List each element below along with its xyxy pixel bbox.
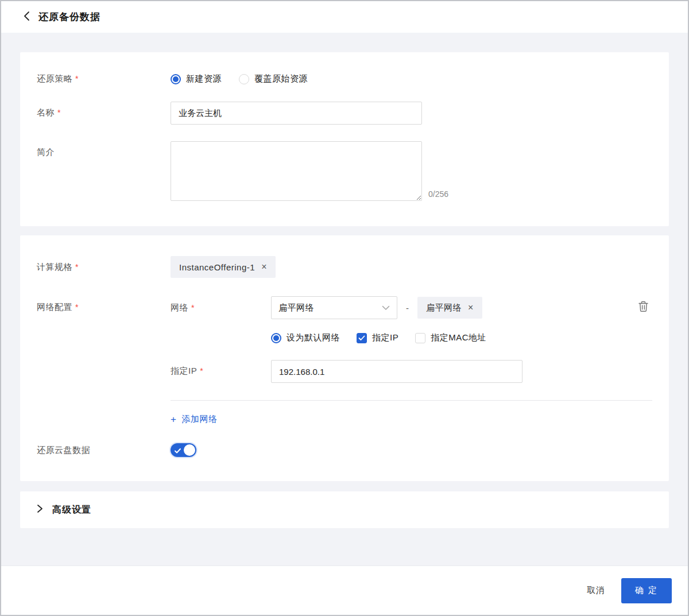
default-network-radio[interactable]: 设为默认网络 [271, 332, 340, 343]
network-config-label: 网络配置* [37, 296, 171, 313]
page-header: 还原备份数据 [1, 1, 688, 33]
basic-info-card: 还原策略* 新建资源 覆盖原始资源 名称* [20, 52, 669, 226]
checkbox-icon [415, 333, 425, 343]
chevron-left-icon [23, 11, 30, 24]
assign-ip-checkbox[interactable]: 指定IP [357, 332, 398, 343]
restore-policy-row: 还原策略* 新建资源 覆盖原始资源 [37, 73, 652, 84]
instance-offering-row: 计算规格* InstanceOffering-1 × [37, 256, 652, 278]
description-textarea[interactable] [171, 141, 422, 201]
required-mark: * [200, 366, 203, 375]
name-label: 名称* [37, 102, 171, 118]
assign-ip-input[interactable] [271, 360, 522, 383]
network-area: 网络* 扁平网络 - 扁平网络 × [171, 296, 652, 425]
radio-label: 覆盖原始资源 [254, 73, 308, 84]
description-field-wrap: 0/256 [171, 141, 448, 201]
cancel-button[interactable]: 取消 [587, 585, 605, 596]
required-mark: * [75, 262, 79, 272]
required-mark: * [191, 303, 195, 312]
add-network-button[interactable]: + 添加网络 [171, 414, 217, 425]
tag-text: 扁平网络 [426, 303, 462, 313]
name-input[interactable] [171, 102, 422, 125]
restore-backup-page: 还原备份数据 还原策略* 新建资源 覆盖原始资源 [0, 0, 689, 616]
radio-overwrite-original[interactable]: 覆盖原始资源 [239, 73, 308, 84]
back-button[interactable] [23, 11, 30, 24]
config-card: 计算规格* InstanceOffering-1 × 网络配置* 网络* [20, 235, 669, 481]
footer-bar: 取消 确 定 [1, 565, 688, 615]
radio-label: 新建资源 [186, 73, 222, 84]
confirm-button[interactable]: 确 定 [621, 578, 672, 603]
divider [171, 400, 652, 401]
restore-volume-toggle[interactable] [171, 443, 196, 457]
assign-mac-checkbox[interactable]: 指定MAC地址 [415, 332, 486, 343]
instance-offering-tag: InstanceOffering-1 × [171, 256, 276, 278]
radio-label: 设为默认网络 [287, 332, 340, 343]
network-select[interactable]: 扁平网络 [271, 296, 397, 319]
description-row: 简介 0/256 [37, 141, 652, 201]
radio-icon [171, 74, 181, 84]
l3-network-tag: 扁平网络 × [417, 297, 482, 319]
assign-ip-label: 指定IP* [171, 360, 271, 377]
tag-text: InstanceOffering-1 [179, 262, 255, 272]
checkbox-icon [357, 333, 367, 343]
radio-icon [239, 74, 249, 84]
restore-volume-row: 还原云盘数据 [37, 443, 652, 457]
remove-tag-icon[interactable]: × [261, 262, 267, 272]
remove-tag-icon[interactable]: × [468, 303, 474, 312]
required-mark: * [75, 74, 79, 83]
add-network-label: 添加网络 [181, 414, 217, 425]
advanced-settings-card[interactable]: 高级设置 [20, 491, 669, 528]
restore-policy-radio-group: 新建资源 覆盖原始资源 [171, 73, 308, 84]
page-title: 还原备份数据 [38, 10, 100, 24]
required-mark: * [57, 108, 61, 117]
trash-icon [638, 301, 649, 315]
delete-network-button[interactable] [638, 301, 649, 315]
radio-icon [271, 333, 281, 343]
network-select-value: 扁平网络 [278, 303, 314, 313]
required-mark: * [75, 303, 79, 312]
name-row: 名称* [37, 102, 652, 125]
network-options-row: 设为默认网络 指定IP 指定MAC地址 [171, 332, 652, 343]
network-select-row: 网络* 扁平网络 - 扁平网络 × [171, 296, 652, 319]
content-area: 还原策略* 新建资源 覆盖原始资源 名称* [1, 33, 688, 565]
advanced-settings-label: 高级设置 [52, 504, 91, 516]
separator-dash: - [406, 303, 409, 313]
network-config-row: 网络配置* 网络* 扁平网络 - [37, 296, 652, 425]
radio-new-resource[interactable]: 新建资源 [171, 73, 222, 84]
plus-icon: + [171, 414, 176, 424]
char-counter: 0/256 [428, 189, 448, 201]
checkbox-label: 指定MAC地址 [431, 332, 486, 343]
network-label: 网络* [171, 303, 271, 313]
assign-ip-row: 指定IP* [171, 360, 652, 383]
chevron-down-icon [382, 303, 390, 313]
restore-policy-label: 还原策略* [37, 73, 171, 84]
chevron-right-icon [37, 504, 43, 516]
restore-volume-label: 还原云盘数据 [37, 445, 171, 456]
instance-offering-label: 计算规格* [37, 262, 171, 273]
checkbox-label: 指定IP [372, 332, 398, 343]
description-label: 简介 [37, 141, 171, 158]
check-icon [174, 446, 181, 456]
toggle-knob [184, 444, 195, 456]
